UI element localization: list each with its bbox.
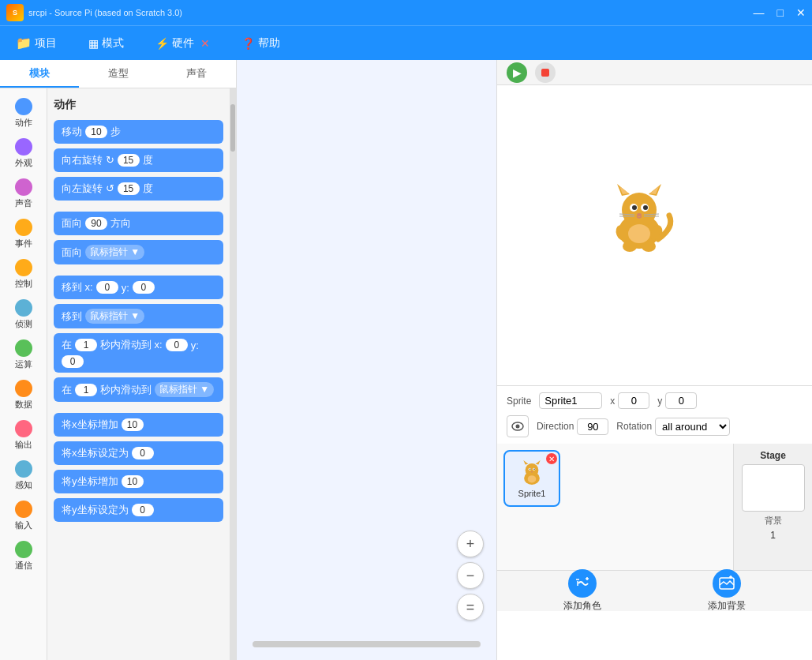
block-face-dir[interactable]: 面向 90 方向: [54, 212, 223, 235]
app-subtitle: srcpi - Source Pi (based on Scratch 3.0): [28, 8, 182, 17]
hardware-close-icon[interactable]: ✕: [200, 37, 210, 50]
direction-group: Direction: [537, 418, 608, 435]
block-glide-xy[interactable]: 在 1 秒内滑动到 x: 0 y: 0: [54, 333, 223, 373]
direction-label: Direction: [537, 421, 574, 432]
minimize-btn[interactable]: —: [754, 6, 765, 19]
main-layout: 模块 造型 声音 动作 外观: [0, 60, 812, 660]
svg-point-16: [642, 241, 656, 252]
cat-sensing[interactable]: 侦测: [2, 296, 46, 333]
maximize-btn[interactable]: □: [777, 6, 784, 19]
block-turn-left[interactable]: 向左旋转 ↺ 15 度: [54, 177, 223, 201]
block-goto-target[interactable]: 移到 鼠标指针 ▼: [54, 304, 223, 328]
cat-data[interactable]: 数据: [2, 377, 46, 414]
sprite-close-btn[interactable]: ✕: [546, 453, 557, 464]
cat-motion[interactable]: 动作: [2, 95, 46, 132]
direction-input[interactable]: [577, 418, 608, 435]
block-change-y[interactable]: 将y坐标增加 10: [54, 470, 223, 493]
sprite-cat-thumb: [517, 459, 547, 489]
cat-sound[interactable]: 声音: [2, 175, 46, 212]
add-sprite-label: 添加角色: [563, 599, 601, 613]
svg-point-19: [628, 224, 650, 243]
blocks-panel: 模块 造型 声音 动作 外观: [0, 60, 237, 660]
right-panel: ▶: [496, 60, 812, 660]
block-move[interactable]: 移动 10 步: [54, 120, 223, 144]
stage-controls: ▶: [497, 60, 812, 85]
cat-control[interactable]: 控制: [2, 256, 46, 293]
stage-thumb: Stage 背景 1: [733, 444, 812, 570]
app-logo: S srcpi - Source Pi (based on Scratch 3.…: [6, 4, 182, 21]
tab-sound[interactable]: 声音: [157, 60, 236, 88]
cat-output[interactable]: 输出: [2, 417, 46, 454]
stage-label: Stage: [760, 450, 786, 461]
category-list: 动作 外观 声音 事件 控制: [0, 88, 47, 660]
menu-hardware-label: 硬件: [172, 36, 194, 51]
cat-operators[interactable]: 运算: [2, 336, 46, 373]
svg-point-31: [528, 475, 537, 482]
cat-sensing2[interactable]: 感知: [2, 457, 46, 494]
svg-marker-25: [536, 460, 541, 465]
stage-bg-label: 背景: [765, 515, 782, 527]
block-turn-right[interactable]: 向右旋转 ↻ 15 度: [54, 148, 223, 172]
x-coord-group: x: [610, 392, 649, 409]
menu-hardware[interactable]: ⚡ 硬件 ✕: [149, 33, 216, 54]
sprite-thumb-sprite1[interactable]: ✕ Sprite1: [503, 450, 560, 507]
menu-project[interactable]: 📁 项目: [9, 32, 63, 54]
stage-bg-num: 1: [770, 530, 776, 541]
close-btn[interactable]: ✕: [796, 6, 806, 19]
code-area[interactable]: + − =: [237, 60, 496, 660]
sprite-cat: [600, 180, 679, 259]
menu-help[interactable]: ❓ 帮助: [235, 33, 286, 54]
add-bg-icon: [713, 569, 741, 598]
svg-point-9: [643, 205, 648, 210]
zoom-reset-btn[interactable]: =: [457, 594, 484, 621]
cat-looks[interactable]: 外观: [2, 135, 46, 172]
x-input[interactable]: [618, 392, 649, 409]
svg-point-10: [637, 213, 642, 216]
sprite-name-input[interactable]: [539, 392, 602, 409]
code-scrollbar[interactable]: [253, 641, 481, 647]
menu-project-label: 项目: [35, 36, 57, 51]
sprite-info: Sprite x y Direction: [497, 385, 812, 444]
block-set-x[interactable]: 将x坐标设定为 0: [54, 441, 223, 465]
block-glide-target[interactable]: 在 1 秒内滑动到 鼠标指针 ▼: [54, 377, 223, 402]
block-change-x[interactable]: 将x坐标增加 10: [54, 413, 223, 437]
add-bg-label: 添加背景: [708, 599, 746, 613]
y-input[interactable]: [665, 392, 697, 409]
svg-point-15: [623, 241, 637, 252]
red-stop-btn[interactable]: [535, 62, 556, 83]
block-list: 动作 移动 10 步 向右旋转 ↻ 15 度 向左旋转 ↺ 15 度: [47, 88, 230, 660]
menu-mode-label: 模式: [102, 36, 124, 51]
cat-input[interactable]: 输入: [2, 497, 46, 534]
block-set-y[interactable]: 将y坐标设定为 0: [54, 498, 223, 522]
visibility-btn[interactable]: [507, 415, 529, 437]
zoom-controls: + − =: [457, 531, 484, 621]
menu-mode[interactable]: ▦ 模式: [82, 33, 130, 54]
titlebar: S srcpi - Source Pi (based on Scratch 3.…: [0, 0, 812, 25]
green-flag-btn[interactable]: ▶: [507, 62, 527, 83]
x-label: x: [610, 396, 615, 407]
rotation-select[interactable]: all around left-right don't rotate: [655, 418, 730, 436]
block-goto-xy[interactable]: 移到 x: 0 y: 0: [54, 276, 223, 299]
y-label: y: [657, 396, 662, 407]
block-face-mouse[interactable]: 面向 鼠标指针 ▼: [54, 240, 223, 264]
svg-point-28: [529, 469, 531, 471]
section-motion-title: 动作: [54, 98, 223, 112]
tab-blocks[interactable]: 模块: [0, 60, 79, 88]
menubar: 📁 项目 ▦ 模式 ⚡ 硬件 ✕ ❓ 帮助: [0, 25, 812, 60]
cat-events[interactable]: 事件: [2, 216, 46, 253]
sprite-list-area: ✕ Sprite1: [497, 444, 812, 570]
zoom-out-btn[interactable]: −: [457, 562, 484, 589]
block-list-scrollbar[interactable]: [230, 88, 236, 660]
zoom-in-btn[interactable]: +: [457, 531, 484, 557]
tab-bar: 模块 造型 声音: [0, 60, 236, 88]
stage-bg-preview[interactable]: [742, 464, 805, 512]
tab-costume[interactable]: 造型: [79, 60, 158, 88]
stage-canvas: [497, 85, 812, 385]
stop-icon: [541, 69, 549, 77]
add-sprite-icon: [568, 569, 597, 598]
add-bg-btn[interactable]: 添加背景: [708, 569, 746, 613]
add-sprite-btn[interactable]: 添加角色: [563, 569, 601, 613]
y-coord-group: y: [657, 392, 697, 409]
rotation-label: Rotation: [616, 421, 652, 432]
cat-comm[interactable]: 通信: [2, 538, 46, 575]
